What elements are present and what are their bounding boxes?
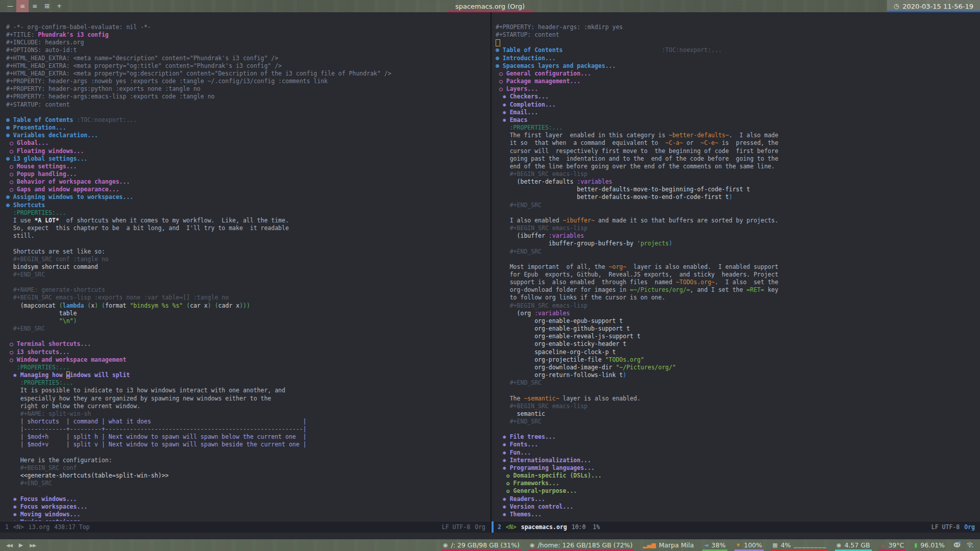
buffer-line[interactable]: :PROPERTIES:...: [6, 379, 491, 387]
network-tray-icon[interactable]: [966, 541, 974, 549]
buffer-line[interactable]: org-return-follows-link t): [496, 371, 980, 379]
buffer-line[interactable]: org-enable-sticky-header t: [496, 340, 980, 348]
buffer-line[interactable]: "\n"): [6, 317, 491, 325]
workspace-button[interactable]: —: [4, 0, 16, 12]
buffer-line[interactable]: ⊛ Table of Contents :TOC:noexport:...: [496, 46, 980, 54]
buffer-line[interactable]: going past the indentation and to the en…: [496, 155, 980, 163]
buffer-line[interactable]: semantic: [496, 410, 980, 418]
buffer-line[interactable]: ✱ Moving windows...: [6, 511, 491, 518]
buffer-line[interactable]: ⊛ Assigning windows to workspaces...: [6, 193, 491, 201]
buffer-line[interactable]: #+END_SRC: [6, 325, 491, 333]
buffer-line[interactable]: <<generate-shortcuts(table=split-win-sh)…: [6, 472, 491, 480]
buffer-line[interactable]: ○ Package management...: [496, 78, 980, 85]
buffer-line[interactable]: (ibuffer :variables: [496, 232, 980, 240]
buffer-line[interactable]: :PROPERTIES:...: [6, 209, 491, 217]
buffer-line[interactable]: So, expect this chapter to be a bit long…: [6, 224, 491, 232]
previous-track-button[interactable]: ◀◀: [6, 543, 12, 548]
buffer-line[interactable]: ✱ Internationalization...: [496, 457, 980, 464]
workspace-button[interactable]: +: [53, 0, 65, 12]
buffer-line[interactable]: ✱ Themes...: [496, 511, 980, 518]
buffer-line[interactable]: ✱ Focus workspaces...: [6, 503, 491, 511]
buffer-spacemacs-org[interactable]: #+PROPERTY: header-args: :mkdirp yes#+ST…: [492, 12, 980, 521]
buffer-line[interactable]: #+HTML_HEAD_EXTRA: <meta property="og:ti…: [6, 62, 491, 70]
buffer-line[interactable]: ⊛ Table of Contents :TOC:noexport:...: [6, 116, 491, 124]
buffer-line[interactable]: to follow org links if the cursor is on …: [496, 294, 980, 302]
buffer-line[interactable]: ⊛ Variables declaration...: [6, 132, 491, 139]
buffer-line[interactable]: bindsym shortcut command: [6, 263, 491, 271]
buffer-line[interactable]: ✱ Emacs: [496, 116, 980, 124]
buffer-line[interactable]: #+HTML_HEAD_EXTRA: <meta name="descripti…: [6, 55, 491, 62]
buffer-line[interactable]: | shortcuts | command | what it does |: [6, 418, 491, 425]
buffer-line[interactable]: org-projectile-file "TODOs.org": [496, 356, 980, 364]
buffer-line[interactable]: [496, 39, 980, 46]
buffer-line[interactable]: support is also enabled through files na…: [496, 279, 980, 286]
buffer-line[interactable]: spaceline-org-clock-p t: [496, 348, 980, 356]
buffer-line[interactable]: The ~semantic~ layer is also enabled.: [496, 395, 980, 403]
buffer-line[interactable]: ✿ General-purpose...: [496, 487, 980, 495]
buffer-line[interactable]: #+PROPERTY: header-args: :mkdirp yes: [496, 23, 980, 31]
buffer-line[interactable]: It is possible to indicate to i3 how win…: [6, 387, 491, 394]
buffer-line[interactable]: [6, 279, 491, 286]
buffer-line[interactable]: #+TITLE: Phundrak's i3 config: [6, 31, 491, 39]
buffer-line[interactable]: [496, 425, 980, 433]
buffer-line[interactable]: :PROPERTIES:...: [496, 124, 980, 132]
buffer-line[interactable]: ⊛ Shortcuts: [6, 202, 491, 209]
play-button[interactable]: ▶: [19, 542, 23, 548]
buffer-line[interactable]: [6, 240, 491, 247]
buffer-line[interactable]: ✱ Checkers...: [496, 93, 980, 101]
buffer-line[interactable]: (better-defaults :variables: [496, 178, 980, 186]
buffer-i3-org[interactable]: # -*- org-confirm-babel-evaluate: nil -*…: [0, 12, 491, 521]
buffer-line[interactable]: #+END_SRC: [496, 248, 980, 256]
buffer-line[interactable]: ✱ Email...: [496, 109, 980, 116]
buffer-line[interactable]: #+HTML_HEAD_EXTRA: <meta property="og:de…: [6, 70, 491, 78]
buffer-line[interactable]: ○ i3 shortcuts...: [6, 348, 491, 356]
buffer-line[interactable]: better-defaults-move-to-end-of-code-firs…: [496, 193, 980, 201]
buffer-line[interactable]: #+END_SRC: [496, 379, 980, 387]
buffer-line[interactable]: #+BEGIN_SRC emacs-lisp: [496, 224, 980, 232]
buffer-line[interactable]: org-download folder for images in =~/Pic…: [496, 286, 980, 294]
buffer-line[interactable]: #+BEGIN_SRC emacs-lisp: [496, 170, 980, 178]
buffer-line[interactable]: ⊛ Spacemacs layers and packages...: [496, 62, 980, 70]
buffer-line[interactable]: #+END_SRC: [496, 202, 980, 209]
buffer-line[interactable]: [6, 487, 491, 495]
buffer-line[interactable]: for Epub exports, Github, Reveal.JS expo…: [496, 271, 980, 279]
buffer-line[interactable]: better-defaults-move-to-beginning-of-cod…: [496, 186, 980, 193]
workspace-button[interactable]: ≡: [29, 0, 41, 12]
buffer-line[interactable]: ⊛ Presentation...: [6, 124, 491, 132]
buffer-line[interactable]: table: [6, 310, 491, 317]
buffer-line[interactable]: :PROPERTIES:...: [6, 364, 491, 371]
buffer-line[interactable]: #+BEGIN_SRC conf :tangle no: [6, 256, 491, 263]
discord-icon[interactable]: [953, 541, 961, 549]
modeline-right[interactable]: 2 <N> spacemacs.org 10:0 1% LF UTF-8 Org: [492, 521, 980, 533]
buffer-line[interactable]: I use *A LOT* of shortcuts when it comes…: [6, 217, 491, 224]
buffer-line[interactable]: | $mod+h | split h | Next window to spaw…: [6, 433, 491, 441]
buffer-line[interactable]: ✱ Focus windows...: [6, 495, 491, 503]
buffer-line[interactable]: ✱ Fun...: [496, 449, 980, 457]
buffer-line[interactable]: # -*- org-confirm-babel-evaluate: nil -*…: [6, 23, 491, 31]
buffer-line[interactable]: |------------+---------+----------------…: [6, 425, 491, 433]
buffer-line[interactable]: ○ Window and workspace management: [6, 356, 491, 364]
buffer-line[interactable]: ✱ Managing how windows will split: [6, 371, 491, 379]
next-track-button[interactable]: ▶▶: [30, 543, 36, 548]
buffer-line[interactable]: ✱ File trees...: [496, 433, 980, 441]
buffer-line[interactable]: it so that when a command equivalent to …: [496, 139, 980, 147]
buffer-line[interactable]: ○ General configuration...: [496, 70, 980, 78]
buffer-line[interactable]: #+BEGIN_SRC emacs-lisp :exports none :va…: [6, 294, 491, 302]
workspace-button[interactable]: ⊞: [41, 0, 53, 12]
buffer-line[interactable]: org-download-image-dir "~/Pictures/org/": [496, 364, 980, 371]
buffer-line[interactable]: #+NAME: split-win-sh: [6, 410, 491, 418]
buffer-line[interactable]: Most important of all, the ~org~ layer i…: [496, 263, 980, 271]
buffer-line[interactable]: #+BEGIN_SRC conf: [6, 464, 491, 472]
buffer-line[interactable]: #+STARTUP: content: [496, 31, 980, 39]
buffer-line[interactable]: #+END_SRC: [496, 418, 980, 425]
buffer-line[interactable]: #+PROPERTY: header-args :noweb yes :expo…: [6, 78, 491, 85]
buffer-line[interactable]: org-enable-epub-support t: [496, 317, 980, 325]
buffer-line[interactable]: #+END_SRC: [6, 480, 491, 487]
buffer-line[interactable]: ○ Layers...: [496, 85, 980, 93]
buffer-line[interactable]: [6, 449, 491, 457]
buffer-line[interactable]: end of the line before going over the en…: [496, 163, 980, 170]
buffer-line[interactable]: #+BEGIN_SRC emacs-lisp: [496, 403, 980, 410]
buffer-line[interactable]: [6, 333, 491, 340]
buffer-line[interactable]: ○ Mouse settings...: [6, 163, 491, 170]
workspace-button[interactable]: ≡: [16, 0, 29, 12]
